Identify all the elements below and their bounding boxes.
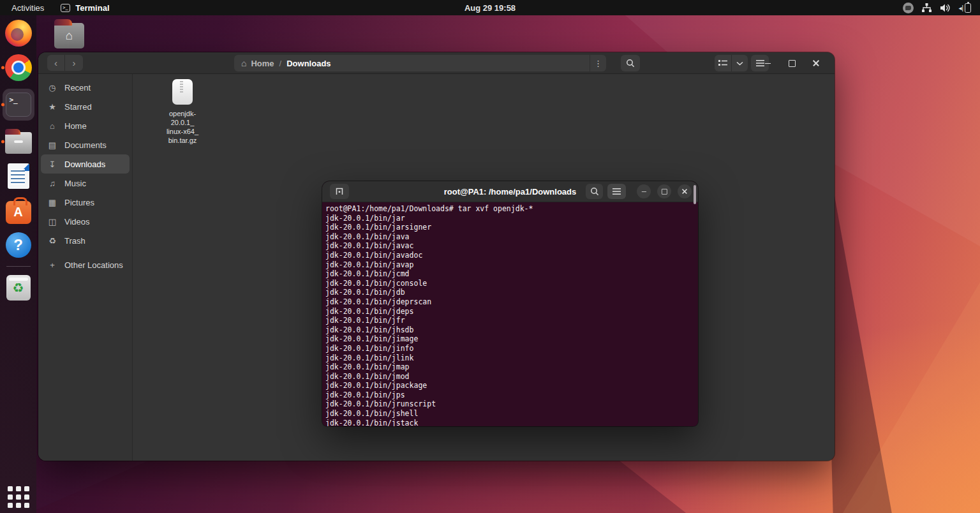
terminal-app-icon: >_ — [61, 4, 70, 12]
terminal-line: jdk-20.0.1/bin/jcmd — [325, 269, 689, 279]
terminal-output[interactable]: root@PA1:/home/pa1/Downloads# tar xvf op… — [322, 202, 698, 426]
show-applications-button[interactable] — [0, 486, 36, 508]
terminal-minimize-button[interactable] — [637, 184, 651, 198]
terminal-line: jdk-20.0.1/bin/jinfo — [325, 344, 689, 353]
sidebar-item-label: Recent — [64, 83, 91, 93]
activities-button[interactable]: Activities — [11, 3, 44, 13]
sidebar-item-label: Pictures — [64, 198, 94, 207]
sidebar-item-icon: ★ — [47, 102, 57, 112]
focused-app-label: Terminal — [75, 3, 109, 13]
system-tray[interactable]: ◂| — [903, 3, 980, 13]
sidebar-item-icon: ♻ — [47, 236, 57, 246]
terminal-line: jdk-20.0.1/bin/javac — [325, 241, 689, 251]
sidebar-item-icon: ◫ — [47, 217, 57, 227]
file-item-openjdk-archive[interactable]: openjdk- 20.0.1_ linux-x64_ bin.tar.gz — [151, 79, 214, 145]
sidebar-item[interactable]: ♻ Trash — [41, 231, 130, 250]
sidebar-item[interactable]: ▦ Pictures — [41, 193, 130, 212]
sidebar-item[interactable]: ◷ Recent — [41, 78, 130, 97]
focused-app-menu[interactable]: >_ Terminal — [61, 3, 109, 13]
terminal-line: jdk-20.0.1/bin/jshell — [325, 409, 689, 419]
status-indicator-icon[interactable] — [903, 3, 914, 13]
dock-item-help[interactable]: ? — [0, 231, 36, 259]
back-button[interactable]: ‹ — [47, 55, 65, 71]
terminal-line: jdk-20.0.1/bin/javap — [325, 260, 689, 270]
terminal-close-button[interactable] — [678, 184, 692, 198]
dock-item-terminal[interactable]: >_ — [0, 88, 36, 121]
sidebar-item-icon: ⌂ — [47, 121, 57, 131]
terminal-line: jdk-20.0.1/bin/jpackage — [325, 381, 689, 390]
breadcrumb-separator: / — [279, 59, 282, 68]
battery-charging-icon: ◂| — [958, 3, 971, 13]
list-view-icon — [718, 59, 727, 67]
terminal-line: jdk-20.0.1/bin/jrunscript — [325, 399, 689, 409]
dock-item-trash[interactable]: ♻ — [0, 274, 36, 302]
files-headerbar[interactable]: ‹ › Home / Downloads — [38, 52, 835, 74]
forward-chevron-icon: › — [73, 57, 76, 68]
sidebar-item[interactable]: + Other Locations — [41, 255, 130, 274]
files-icon — [5, 132, 32, 154]
sidebar-item[interactable]: ⌂ Home — [41, 116, 130, 135]
sidebar-item-icon: ▤ — [47, 140, 57, 150]
close-button[interactable] — [812, 59, 820, 68]
chrome-icon — [5, 54, 32, 81]
archive-file-icon — [172, 79, 193, 105]
search-icon — [626, 59, 635, 68]
sidebar-item[interactable]: ▤ Documents — [41, 135, 130, 154]
view-options-button[interactable] — [732, 55, 748, 71]
sidebar-item[interactable]: ★ Starred — [41, 97, 130, 116]
minimize-button[interactable] — [763, 59, 772, 68]
firefox-icon — [5, 20, 32, 47]
dock-item-chrome[interactable] — [0, 54, 36, 82]
terminal-icon: >_ — [6, 93, 31, 117]
dock-item-libreoffice-writer[interactable] — [0, 162, 36, 190]
sidebar-item[interactable]: ♫ Music — [41, 174, 130, 193]
dock: >_ A ? ♻ — [0, 15, 36, 513]
dock-item-firefox[interactable] — [0, 19, 36, 47]
terminal-line: jdk-20.0.1/bin/jfr — [325, 316, 689, 325]
terminal-line: jdk-20.0.1/bin/jdb — [325, 288, 689, 297]
sidebar-item-icon: ♫ — [47, 179, 57, 188]
terminal-line: jdk-20.0.1/bin/jarsigner — [325, 223, 689, 232]
terminal-line: jdk-20.0.1/bin/java — [325, 232, 689, 242]
sidebar-item[interactable]: ◫ Videos — [41, 212, 130, 231]
screen: ⌂ Activities >_ Terminal Aug 29 19:58 — [0, 0, 980, 513]
path-bar[interactable]: Home / Downloads — [234, 55, 606, 71]
sidebar-item-label: Music — [64, 179, 86, 188]
maximize-button[interactable] — [787, 59, 796, 68]
dock-item-ubuntu-software[interactable]: A — [0, 197, 36, 225]
forward-button[interactable]: › — [65, 55, 83, 71]
libreoffice-writer-icon — [8, 163, 29, 189]
terminal-line: jdk-20.0.1/bin/jmod — [325, 372, 689, 382]
plug-icon: ◂| — [958, 4, 963, 11]
terminal-search-button[interactable] — [586, 184, 603, 199]
search-icon — [590, 187, 599, 196]
clock[interactable]: Aug 29 19:58 — [464, 3, 516, 13]
desktop-home-folder-icon[interactable]: ⌂ — [54, 19, 84, 48]
new-tab-button[interactable] — [330, 184, 349, 199]
hamburger-menu-icon — [612, 188, 621, 195]
list-view-button[interactable] — [715, 55, 732, 71]
top-bar: Activities >_ Terminal Aug 29 19:58 ◂| — [0, 0, 980, 15]
home-icon — [241, 58, 246, 68]
path-menu-button[interactable] — [590, 55, 606, 71]
dock-item-files[interactable] — [0, 128, 36, 156]
terminal-line: jdk-20.0.1/bin/jmap — [325, 362, 689, 372]
terminal-headerbar[interactable]: root@PA1: /home/pa1/Downloads — [322, 181, 698, 202]
sidebar-item-icon: ◷ — [47, 83, 57, 93]
sidebar-item-icon: ↧ — [47, 160, 57, 169]
terminal-menu-button[interactable] — [607, 184, 626, 199]
breadcrumb-home[interactable]: Home — [251, 59, 274, 68]
search-button[interactable] — [621, 55, 640, 71]
files-sidebar: ◷ Recent ★ Starred ⌂ Home ▤ — [38, 74, 133, 461]
trash-icon: ♻ — [6, 275, 31, 301]
terminal-line: jdk-20.0.1/bin/jdeps — [325, 307, 689, 316]
terminal-window: root@PA1: /home/pa1/Downloads — [322, 181, 698, 426]
sidebar-item-label: Starred — [64, 102, 92, 112]
sidebar-item[interactable]: ↧ Downloads — [41, 154, 130, 174]
sidebar-item-label: Other Locations — [64, 260, 123, 270]
terminal-maximize-button[interactable] — [657, 184, 671, 198]
file-name-label: openjdk- 20.0.1_ linux-x64_ bin.tar.gz — [167, 109, 198, 145]
terminal-scrollbar-thumb[interactable] — [694, 185, 696, 204]
dock-separator — [6, 266, 31, 267]
breadcrumb-current[interactable]: Downloads — [286, 59, 330, 68]
